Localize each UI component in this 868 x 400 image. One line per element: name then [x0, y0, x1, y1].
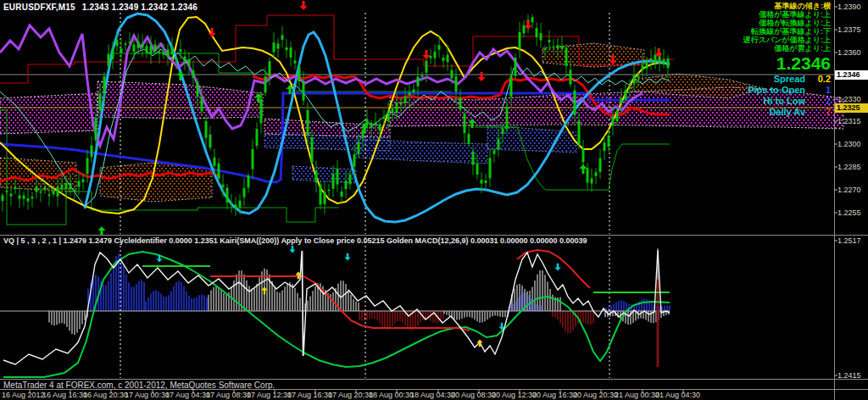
status-row-value: 1 [805, 85, 831, 96]
ichimoku-status-line: 基準線の傾き:横 [743, 2, 831, 10]
main-chart-layer [0, 1, 843, 236]
price-axis-label: 1.2330 [837, 95, 861, 103]
price-axis-label: 1.2360 [837, 48, 861, 57]
price-axis-label: 1.2285 [837, 163, 861, 171]
ichimoku-cloud-magenta [0, 93, 97, 134]
ichimoku-status-line: 価格が転換線より:上 [743, 19, 831, 27]
time-axis-label: 21 Aug 00:30 [615, 391, 659, 399]
ohlc-values: 1.2343 1.2349 1.2342 1.2346 [82, 3, 198, 12]
status-row-label: Hi to Low [743, 96, 805, 107]
bid-price-badge: 1.2346 [835, 70, 868, 80]
status-row-value: 2 [805, 96, 831, 107]
window-frame-lines [0, 0, 868, 400]
time-axis-label: 16 Aug 2012 [2, 391, 45, 399]
status-row-value: 0.2 [805, 74, 831, 85]
price-axis-label: 1.2315 [837, 117, 861, 125]
buy-signal-arrow-icon [98, 226, 106, 236]
sell-signal-arrow-icon [289, 246, 295, 253]
ichimoku-status-panel: 基準線の傾き:横価格が基準線より:上価格が転換線より:上転換線が基準線より:下遅… [743, 2, 831, 118]
price-axis-label: 1.2390 [837, 3, 861, 11]
sell-signal-arrow-icon [478, 72, 486, 81]
sell-signal-arrow-icon [344, 253, 350, 261]
price-axis-label: 1.2270 [837, 186, 861, 194]
ichimoku-status-lines: 基準線の傾き:横価格が基準線より:上価格が転換線より:上転換線が基準線より:下遅… [743, 2, 831, 53]
symbol-timeframe: EURUSDFXF,M15 [3, 3, 75, 12]
status-row-label: Pips to Open [743, 85, 805, 96]
chart-plot-area[interactable] [0, 0, 868, 400]
price-axis-label: 1.2255 [837, 208, 861, 217]
price-axis-label: 1.2300 [837, 140, 861, 148]
price-axis-label: 1.2517 [837, 236, 861, 245]
indicator-window-header: VQ | 5 , 3 , 2 , 1 | 1.2479 1.2479 Cycle… [3, 236, 587, 245]
level-price-badge: 1.2325 [835, 103, 868, 113]
price-axis-label: 1.2375 [837, 25, 861, 34]
time-axis-label: 16 Aug 20:30 [83, 391, 128, 399]
ichimoku-cloud-blue [292, 166, 356, 183]
price-axis-label: 1.2415 [837, 371, 861, 380]
indicator-subwindow-layer [0, 237, 670, 378]
sell-signal-arrow-icon [554, 264, 560, 271]
time-axis-label: 17 Aug 08:30 [206, 391, 251, 399]
time-axis-label: 17 Aug 12:30 [247, 391, 292, 399]
time-axis-label: 20 Aug 08:30 [451, 391, 496, 399]
ichimoku-cloud-orange [100, 163, 212, 202]
spread-info-rows: Spread0.2Pips to Open1Hi to Low2Daily Av… [743, 74, 831, 118]
ichimoku-status-line: 価格が基準線より:上 [743, 10, 831, 19]
time-axis-label: 21 Aug 04:30 [655, 391, 700, 399]
time-axis-label: 20 Aug 16:30 [532, 391, 577, 399]
time-axis-label: 18 Aug 00:30 [369, 391, 414, 399]
ichimoku-status-line: 転換線が基準線より:下 [743, 27, 831, 36]
time-axis-label: 17 Aug 04:30 [165, 391, 210, 399]
sell-signal-arrow-icon [300, 1, 308, 10]
status-row-value: 7 [805, 107, 831, 118]
time-axis-label: 20 Aug 12:30 [492, 391, 537, 399]
time-axis-label: 20 Aug 20:30 [573, 391, 618, 399]
platform-watermark: MetaTrader 4 at FOREX.com, c 2001-2012, … [3, 381, 275, 390]
buy-signal-arrow-icon [580, 164, 587, 174]
time-axis-label: 17 Aug 00:30 [125, 391, 170, 399]
mt4-chart-window: EURUSDFXF,M151.2343 1.2349 1.2342 1.2346… [0, 0, 868, 400]
current-price-display: 1.2346 [743, 54, 831, 73]
time-axis-label: 17 Aug 16:30 [287, 391, 332, 399]
chart-title: EURUSDFXF,M151.2343 1.2349 1.2342 1.2346 [3, 3, 198, 12]
ichimoku-status-line: 価格が雲より:上 [743, 44, 831, 53]
status-row-label: Spread [743, 74, 805, 85]
time-axis-label: 17 Aug 20:30 [328, 391, 373, 399]
time-axis-label: 18 Aug 04:30 [410, 391, 455, 399]
status-row-label: Daily Av [743, 107, 805, 118]
sell-signal-arrow-icon [525, 20, 532, 30]
sell-signal-arrow-icon [423, 50, 431, 59]
time-axis-label: 16 Aug 16:30 [42, 391, 87, 399]
ichimoku-status-line: 遅行スパンが価格より:上 [743, 36, 831, 44]
